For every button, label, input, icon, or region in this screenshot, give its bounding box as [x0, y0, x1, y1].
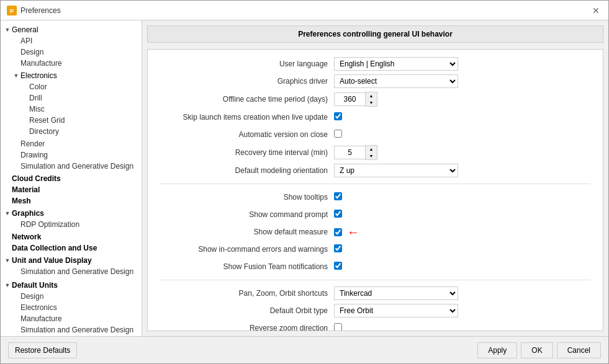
sidebar-item-mesh[interactable]: Mesh	[1, 195, 142, 206]
show-fusion-checkbox[interactable]	[334, 262, 342, 270]
default-modeling-select[interactable]: Z up Y up	[334, 164, 458, 177]
sidebar-item-design[interactable]: Design	[9, 47, 142, 58]
sidebar-item-rdp[interactable]: RDP Optimization	[9, 219, 142, 230]
show-errors-row: Show in-command errors and warnings	[160, 242, 590, 256]
graphics-children: RDP Optimization	[1, 219, 142, 230]
default-modeling-label: Default modeling orientation	[160, 166, 334, 175]
sidebar-item-render[interactable]: Render	[9, 138, 142, 149]
default-orbit-select[interactable]: Free Orbit Constrained Orbit	[334, 304, 458, 317]
automatic-version-control	[334, 130, 342, 140]
sidebar-item-color[interactable]: Color	[18, 81, 142, 92]
content-area: Preferences controlling general UI behav…	[142, 20, 608, 336]
sidebar-item-directory[interactable]: Directory	[18, 126, 142, 137]
bottom-right: Apply OK Cancel	[477, 342, 601, 358]
close-button[interactable]: ✕	[590, 4, 602, 17]
main-content: ▼ General API Design Manufacture ▼ Elect…	[1, 20, 608, 336]
sidebar-item-api[interactable]: API	[9, 35, 142, 47]
show-tooltips-label: Show tooltips	[160, 193, 334, 202]
restore-defaults-button[interactable]: Restore Defaults	[8, 342, 77, 358]
offline-cache-row: Offline cache time period (days) ▲ ▼	[160, 92, 590, 107]
skip-launch-control	[334, 112, 342, 122]
show-tooltips-checkbox[interactable]	[334, 192, 342, 200]
show-fusion-control	[334, 262, 342, 272]
sidebar-item-default-units[interactable]: ▼ Default Units Design Electronics Manuf…	[1, 278, 142, 336]
graphics-driver-control: Auto-select DirectX 9 DirectX 11 OpenGL	[334, 74, 458, 88]
sidebar-item-cloud-credits[interactable]: Cloud Credits	[1, 173, 142, 184]
show-errors-checkbox[interactable]	[334, 244, 342, 252]
recovery-time-spinner: ▲ ▼	[334, 145, 377, 160]
reverse-zoom-label: Reverse zoom direction	[160, 324, 334, 331]
sidebar-item-sim-gen2[interactable]: Simulation and Generative Design	[9, 266, 142, 277]
pan-zoom-row: Pan, Zoom, Orbit shortcuts Tinkercad Fus…	[160, 286, 590, 300]
recovery-time-input[interactable]	[334, 146, 365, 159]
sidebar-item-general[interactable]: ▼ General API Design Manufacture ▼ Elect…	[1, 23, 142, 173]
sidebar-item-material[interactable]: Material	[1, 184, 142, 195]
toggle-unit-value[interactable]: ▼	[3, 256, 12, 265]
show-fusion-label: Show Fusion Team notifications	[160, 262, 334, 271]
toggle-electronics[interactable]: ▼	[12, 71, 20, 80]
recovery-spinner-buttons: ▲ ▼	[365, 145, 377, 160]
sidebar-item-design2[interactable]: Design	[9, 291, 142, 302]
spinner-buttons: ▲ ▼	[365, 92, 377, 107]
spinner-up[interactable]: ▲	[366, 92, 377, 99]
window-title: Preferences	[20, 6, 61, 15]
app-icon: P	[7, 6, 17, 16]
show-errors-control	[334, 244, 342, 254]
show-command-label: Show command prompt	[160, 210, 334, 219]
user-language-label: User language	[160, 60, 334, 68]
show-command-checkbox[interactable]	[334, 210, 342, 218]
sidebar-item-electronics[interactable]: ▼ Electronics Color Drill Misc Reset Gri…	[9, 69, 142, 138]
user-language-control: English | English French | Français Germ…	[334, 57, 458, 71]
sidebar-item-sim-gen[interactable]: Simulation and Generative Design	[9, 161, 142, 172]
reverse-zoom-checkbox[interactable]	[334, 323, 342, 331]
electronics-label: Electronics	[20, 71, 57, 80]
recovery-time-control: ▲ ▼	[334, 145, 377, 160]
sidebar-item-network[interactable]: Network	[1, 231, 142, 242]
graphics-driver-select[interactable]: Auto-select DirectX 9 DirectX 11 OpenGL	[334, 74, 458, 88]
show-default-measure-row: Show default measure ←	[160, 225, 590, 239]
user-language-select[interactable]: English | English French | Français Germ…	[334, 57, 458, 71]
toggle-default-units[interactable]: ▼	[3, 281, 12, 290]
sidebar-item-sim-gen3[interactable]: Simulation and Generative Design	[9, 324, 142, 335]
user-language-row: User language English | English French |…	[160, 57, 590, 71]
sidebar-item-reset-grid[interactable]: Reset Grid	[18, 115, 142, 126]
divider-2	[160, 280, 590, 280]
cancel-button[interactable]: Cancel	[557, 342, 601, 358]
recovery-time-row: Recovery time interval (min) ▲ ▼	[160, 145, 590, 160]
default-orbit-row: Default Orbit type Free Orbit Constraine…	[160, 304, 590, 317]
sidebar-item-misc[interactable]: Misc	[18, 104, 142, 115]
show-tooltips-row: Show tooltips	[160, 190, 590, 204]
title-bar-controls: ✕	[590, 4, 602, 17]
show-default-measure-label: Show default measure	[160, 228, 334, 236]
sidebar-item-manufacture[interactable]: Manufacture	[9, 58, 142, 69]
sidebar-item-drill[interactable]: Drill	[18, 92, 142, 104]
sidebar-item-drawing[interactable]: Drawing	[9, 149, 142, 161]
bottom-left: Restore Defaults	[8, 342, 77, 358]
default-orbit-label: Default Orbit type	[160, 306, 334, 315]
default-modeling-row: Default modeling orientation Z up Y up	[160, 164, 590, 177]
sidebar-item-electronics2[interactable]: Electronics	[9, 302, 142, 313]
sidebar-item-manufacture2[interactable]: Manufacture	[9, 313, 142, 324]
show-default-measure-checkbox[interactable]	[334, 228, 342, 236]
apply-button[interactable]: Apply	[477, 342, 517, 358]
pan-zoom-select[interactable]: Tinkercad Fusion 360 Inventor SolidWorks	[334, 286, 458, 300]
sidebar-item-unit-value[interactable]: ▼ Unit and Value Display Simulation and …	[1, 254, 142, 278]
bottom-bar: Restore Defaults Apply OK Cancel	[1, 336, 608, 363]
skip-launch-row: Skip launch items creation when live upd…	[160, 110, 590, 124]
recovery-spinner-down[interactable]: ▼	[366, 153, 377, 159]
toggle-graphics[interactable]: ▼	[3, 209, 12, 218]
toggle-general[interactable]: ▼	[3, 25, 12, 34]
divider-1	[160, 184, 590, 184]
sidebar-item-data-collection[interactable]: Data Collection and Use	[1, 242, 142, 254]
offline-cache-input[interactable]	[334, 92, 365, 106]
automatic-version-checkbox[interactable]	[334, 130, 342, 138]
skip-launch-checkbox[interactable]	[334, 112, 342, 120]
offline-cache-control: ▲ ▼	[334, 92, 377, 107]
recovery-spinner-up[interactable]: ▲	[366, 146, 377, 153]
ok-button[interactable]: OK	[521, 342, 553, 358]
spinner-down[interactable]: ▼	[366, 99, 377, 106]
graphics-driver-row: Graphics driver Auto-select DirectX 9 Di…	[160, 74, 590, 88]
sidebar-item-graphics[interactable]: ▼ Graphics RDP Optimization	[1, 206, 142, 231]
graphics-driver-label: Graphics driver	[160, 77, 334, 86]
show-command-row: Show command prompt	[160, 208, 590, 221]
